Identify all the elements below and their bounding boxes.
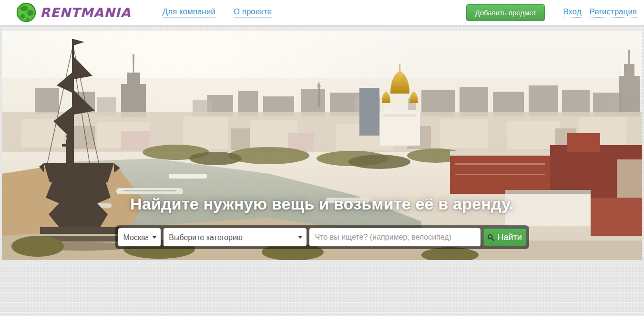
city-select-wrap: Москва	[118, 228, 161, 246]
header: RENTMANIA Для компаний О проекте Добавит…	[0, 0, 644, 25]
hero-headline: Найдите нужную вещь и возьмите её в арен…	[2, 195, 642, 213]
main-nav: Для компаний О проекте	[163, 7, 272, 18]
search-button[interactable]: Найти	[483, 228, 526, 246]
city-select[interactable]: Москва	[118, 228, 161, 246]
login-link[interactable]: Вход	[563, 7, 581, 18]
add-item-button[interactable]: Добавить предмет	[466, 4, 545, 21]
hero-section: Найдите нужную вещь и возьмите её в арен…	[2, 31, 642, 260]
search-icon	[487, 234, 494, 241]
search-input[interactable]	[309, 228, 480, 246]
logo-text: RENTMANIA	[40, 5, 131, 20]
globe-icon	[16, 2, 36, 22]
auth-links: Вход Регистрация	[563, 7, 637, 18]
category-select-wrap: Выберите категорию	[164, 228, 306, 246]
register-link[interactable]: Регистрация	[590, 7, 637, 18]
category-select[interactable]: Выберите категорию	[164, 228, 306, 246]
search-button-label: Найти	[497, 232, 521, 242]
stalin-tower-right	[619, 50, 640, 116]
logo[interactable]: RENTMANIA	[16, 2, 131, 22]
header-actions: Добавить предмет Вход Регистрация	[466, 4, 637, 21]
search-bar: Москва Выберите категорию Найти	[115, 225, 529, 249]
nav-link-for-companies[interactable]: Для компаний	[163, 7, 215, 18]
nav-link-about-project[interactable]: О проекте	[234, 7, 272, 18]
